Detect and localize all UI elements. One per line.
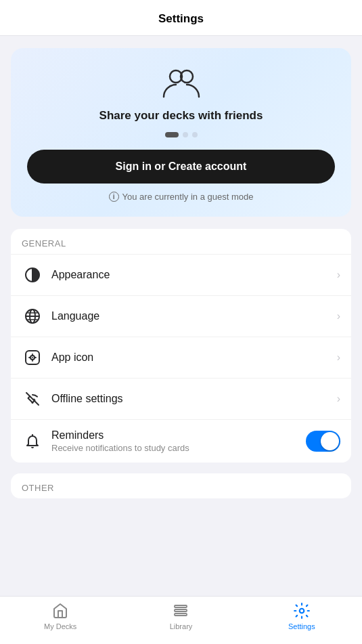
svg-rect-11 — [175, 614, 187, 616]
reminders-icon — [22, 431, 43, 452]
toggle-knob — [321, 432, 339, 450]
my-decks-label: My Decks — [44, 622, 76, 630]
app-icon-title: App icon — [51, 351, 337, 364]
reminders-toggle[interactable] — [306, 431, 340, 452]
reminders-item[interactable]: Reminders Receive notifications to study… — [11, 419, 351, 463]
settings-label: Settings — [288, 622, 315, 630]
reminders-subtitle: Receive notifications to study cards — [51, 443, 306, 453]
appearance-chevron: › — [337, 269, 340, 281]
app-icon-item[interactable]: App icon › — [11, 337, 351, 378]
general-section-label: GENERAL — [11, 229, 351, 254]
hero-card: Share your decks with friends Sign in or… — [11, 48, 351, 217]
dot-3 — [192, 132, 198, 137]
svg-point-7 — [32, 357, 33, 358]
appearance-text: Appearance — [51, 269, 337, 281]
guest-note: i You are currently in a guest mode — [27, 192, 335, 202]
dot-2 — [183, 132, 188, 137]
general-section: GENERAL Appearance › Language — [11, 229, 351, 463]
nav-item-settings[interactable]: Settings — [242, 602, 362, 630]
svg-rect-9 — [175, 605, 187, 607]
app-icon-icon — [22, 347, 43, 368]
reminders-text: Reminders Receive notifications to study… — [51, 429, 306, 453]
dot-1 — [165, 132, 179, 137]
other-section-label: OTHER — [11, 473, 351, 498]
signin-button[interactable]: Sign in or Create account — [27, 150, 335, 184]
appearance-item[interactable]: Appearance › — [11, 254, 351, 295]
library-label: Library — [170, 622, 193, 630]
language-item[interactable]: Language › — [11, 295, 351, 337]
my-decks-icon — [51, 602, 69, 620]
library-icon — [172, 602, 189, 620]
language-icon — [22, 305, 43, 327]
language-text: Language — [51, 310, 337, 322]
svg-point-8 — [32, 402, 34, 404]
offline-chevron: › — [337, 393, 340, 405]
nav-item-library[interactable]: Library — [120, 602, 241, 630]
app-icon-text: App icon — [51, 351, 337, 364]
offline-icon — [22, 388, 43, 410]
guest-note-text: You are currently in a guest mode — [122, 192, 254, 202]
bottom-nav: My Decks Library Settings — [0, 596, 362, 644]
offline-title: Offline settings — [51, 393, 337, 405]
svg-rect-10 — [175, 609, 187, 611]
carousel-dots — [27, 132, 335, 137]
hero-title: Share your decks with friends — [27, 109, 335, 123]
appearance-icon — [22, 264, 43, 286]
page-title: Settings — [158, 12, 204, 25]
svg-point-12 — [300, 609, 304, 614]
other-section: OTHER — [11, 473, 351, 498]
appearance-title: Appearance — [51, 269, 337, 281]
offline-settings-item[interactable]: Offline settings › — [11, 378, 351, 419]
friends-icon — [27, 67, 335, 100]
header: Settings — [0, 0, 362, 36]
app-icon-chevron: › — [337, 351, 340, 364]
language-title: Language — [51, 310, 337, 322]
reminders-title: Reminders — [51, 429, 306, 442]
settings-icon — [293, 602, 311, 620]
language-chevron: › — [337, 310, 340, 322]
offline-text: Offline settings — [51, 393, 337, 405]
nav-item-my-decks[interactable]: My Decks — [0, 602, 120, 630]
info-icon: i — [109, 192, 119, 202]
